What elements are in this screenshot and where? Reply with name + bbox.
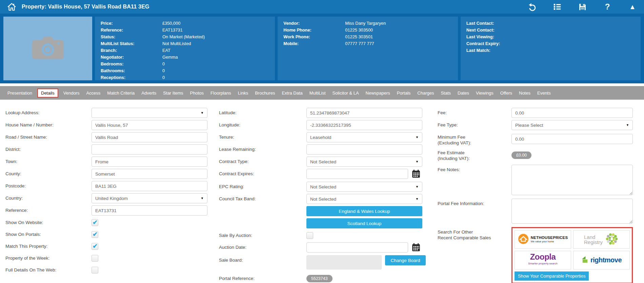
lookup-address-select[interactable]: ▼ (92, 108, 207, 118)
field-row: Fee Estimate (Including VAT): £0.00 (438, 148, 640, 161)
tab-vendors[interactable]: Vendors (60, 88, 83, 98)
sale-by-auction-checkbox[interactable] (306, 232, 313, 239)
tab-extra-data[interactable]: Extra Data (278, 88, 306, 98)
field-row: District: (5, 144, 219, 155)
tenure-select[interactable]: Leasehold ▼ (306, 132, 422, 142)
portal-fee-information-textarea[interactable] (511, 199, 633, 224)
epc-rating-select[interactable]: Not Selected ▼ (306, 182, 422, 192)
tab-viewings[interactable]: Viewings (472, 88, 497, 98)
auction-date-input[interactable] (306, 242, 408, 252)
summary-band: Price:£350,000 Reference:EAT13731 Status… (0, 14, 644, 83)
tab-photos[interactable]: Photos (187, 88, 207, 98)
tab-newspapers[interactable]: Newspapers (362, 88, 394, 98)
tab-access[interactable]: Access (83, 88, 104, 98)
show-comparable-properties-button[interactable]: Show Your Comparable Properties (515, 271, 589, 281)
match-this-property-checkbox[interactable] (92, 243, 98, 250)
field-row: Match This Property: (5, 241, 219, 251)
tab-match-criteria[interactable]: Match Criteria (104, 88, 138, 98)
contract-expires-input[interactable] (306, 169, 408, 179)
postcode-input[interactable] (92, 181, 207, 191)
tab-events[interactable]: Events (534, 88, 554, 98)
field-row: Contract Expires: (219, 169, 438, 180)
county-input[interactable] (92, 169, 207, 179)
rightmove-icon (581, 256, 588, 264)
fee-estimate-badge: £0.00 (511, 151, 531, 159)
calendar-icon[interactable] (411, 243, 421, 253)
summary-label: Receptions: (101, 75, 162, 81)
calendar-icon[interactable] (411, 169, 421, 180)
show-on-website-checkbox[interactable] (92, 219, 98, 226)
district-input[interactable] (92, 144, 207, 155)
field-label: Reference: (5, 205, 92, 213)
summary-value: Miss Dany Targaryen (345, 21, 386, 26)
tab-dates[interactable]: Dates (454, 88, 472, 98)
nethouseprices-logo[interactable]: NETHOUSEPRICES We value your home (515, 230, 571, 249)
scotland-lookup-button[interactable]: Scotland Lookup (306, 218, 422, 228)
summary-row: Vendor:Miss Dany Targaryen (283, 21, 452, 26)
road-name-input[interactable] (92, 132, 207, 142)
fee-input[interactable] (511, 108, 633, 118)
town-input[interactable] (92, 157, 207, 167)
tab-links[interactable]: Links (235, 88, 251, 98)
home-icon[interactable] (7, 2, 16, 12)
tab-floorplans[interactable]: Floorplans (207, 88, 235, 98)
property-of-the-week-checkbox[interactable] (92, 255, 98, 262)
change-board-button[interactable]: Change Board (385, 255, 426, 265)
tab-star-items[interactable]: Star Items (160, 88, 186, 98)
comparable-sales-box: NETHOUSEPRICES We value your home Land R… (511, 227, 633, 283)
summary-label: Reference: (101, 27, 162, 33)
select-value: Leasehold (310, 135, 331, 140)
save-icon[interactable] (578, 2, 587, 12)
tab-brochures[interactable]: Brochures (251, 88, 278, 98)
longitude-input[interactable] (306, 120, 422, 130)
show-on-portals-checkbox[interactable] (92, 231, 98, 238)
full-details-on-web-checkbox[interactable] (92, 267, 98, 274)
undo-icon[interactable] (527, 2, 537, 12)
comparable-logo-grid: NETHOUSEPRICES We value your home Land R… (515, 230, 630, 269)
field-row: Lease Remaining: (219, 144, 438, 155)
tab-presentation[interactable]: Presentation (4, 88, 36, 98)
england-wales-lookup-button[interactable]: England & Wales Lookup (306, 206, 422, 216)
tab-portals[interactable]: Portals (394, 88, 414, 98)
tab-multilist[interactable]: MultiList (306, 88, 329, 98)
field-row: Sale Board: Change Board (219, 255, 438, 269)
summary-row: Branch:EAT (101, 48, 269, 54)
minimum-fee-input[interactable] (511, 134, 633, 144)
field-label: Lookup Address: (5, 108, 92, 116)
field-label: Contract Type: (219, 157, 306, 164)
country-select[interactable]: United Kingdom ▼ (92, 193, 207, 203)
summary-value: 0 (162, 61, 165, 67)
tab-solicitor-la[interactable]: Solicitor & LA (329, 88, 362, 98)
summary-label: Mobile: (283, 41, 345, 47)
council-tax-band-select[interactable]: Not Selected ▼ (306, 194, 422, 204)
rightmove-logo[interactable]: rightmove (573, 251, 630, 269)
summary-value: EAT (162, 48, 170, 54)
tab-offers[interactable]: Offers (497, 88, 516, 98)
collapse-icon[interactable]: ▲ (628, 2, 637, 12)
menu-list-icon[interactable] (552, 2, 562, 12)
latitude-input[interactable] (306, 108, 422, 118)
fee-notes-textarea[interactable] (511, 165, 633, 195)
tab-charges[interactable]: Charges (414, 88, 437, 98)
fee-type-select[interactable]: Please Select ▼ (511, 120, 633, 130)
summary-label: Work Phone: (283, 34, 345, 40)
contract-type-select[interactable]: Not Selected ▼ (306, 157, 422, 167)
summary-row: Last Viewing: (466, 34, 635, 40)
tab-adverts[interactable]: Adverts (138, 88, 160, 98)
summary-value: On Market (Marketed) (162, 34, 205, 40)
tab-stats[interactable]: Stats (437, 88, 454, 98)
zoopla-logo[interactable]: Zoopla Smarter property search (515, 251, 571, 269)
tab-details[interactable]: Details (37, 88, 58, 98)
spacer-label (219, 218, 306, 220)
address-column: Lookup Address: ▼ House Name / Number: R… (5, 108, 219, 283)
tab-notes[interactable]: Notes (516, 88, 534, 98)
lease-remaining-input[interactable] (306, 144, 422, 155)
house-name-input[interactable] (92, 120, 207, 130)
tabbar: Presentation Details Vendors Access Matc… (0, 86, 644, 100)
reference-input[interactable] (92, 205, 207, 216)
land-registry-logo[interactable]: Land Registry (573, 230, 630, 249)
help-icon[interactable]: ? (603, 2, 612, 12)
dropdown-arrow-icon: ▼ (626, 123, 629, 127)
vendor-summary-panel: Vendor:Miss Dany Targaryen Home Phone:01… (278, 17, 458, 80)
property-photo-placeholder[interactable] (3, 17, 92, 80)
